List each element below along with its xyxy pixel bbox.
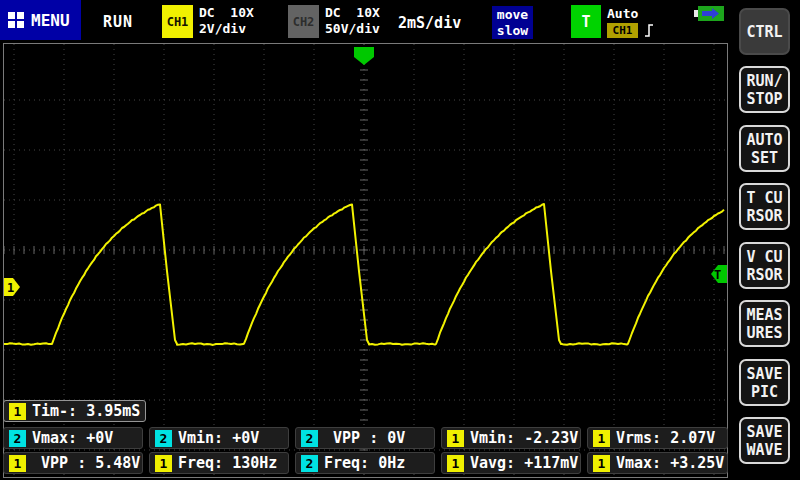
readout-text: Vmax: +3.25V bbox=[616, 454, 724, 472]
meas-ch1-vpp: 1 VPP : 5.48V bbox=[3, 452, 143, 474]
time-cursor-readout: 1 Tim-: 3.95mS bbox=[3, 400, 146, 422]
meas-ch1-vavg: 1 Vavg: +117mV bbox=[441, 452, 581, 474]
ch-number-badge: 2 bbox=[9, 430, 26, 447]
save-wave-button[interactable]: SAVE WAVE bbox=[739, 417, 790, 464]
trigger-marker-label: T bbox=[714, 268, 721, 282]
ch-number-badge: 1 bbox=[155, 455, 172, 472]
trigger-source-badge[interactable]: CH1 bbox=[607, 23, 638, 38]
meas-ch2-freq: 2 Freq: 0Hz bbox=[295, 452, 435, 474]
top-status-bar: MENU RUN CH1 DC 10X 2V/div CH2 DC 10X 50… bbox=[0, 0, 800, 43]
readout-text: Vmin: -2.23V bbox=[470, 429, 578, 447]
oscilloscope-ui: { "topbar": { "menu_label": "MENU", "acq… bbox=[0, 0, 800, 480]
move-speed-button[interactable]: move slow bbox=[492, 6, 533, 39]
readout-text: Tim-: 3.95mS bbox=[32, 402, 140, 420]
menu-label: MENU bbox=[31, 11, 70, 30]
readout-text: Vmax: +0V bbox=[32, 429, 113, 447]
readout-text: Vmin: +0V bbox=[178, 429, 259, 447]
ch-number-badge: 1 bbox=[447, 430, 464, 447]
rising-edge-icon bbox=[643, 22, 655, 38]
ch-number-badge: 1 bbox=[593, 455, 610, 472]
run-stop-button[interactable]: RUN/ STOP bbox=[739, 66, 790, 113]
auto-set-button[interactable]: AUTO SET bbox=[739, 125, 790, 172]
ch-number-badge: 1 bbox=[593, 430, 610, 447]
v-cursor-button[interactable]: V CU RSOR bbox=[739, 242, 790, 289]
meas-ch1-vmin: 1 Vmin: -2.23V bbox=[441, 427, 581, 449]
ctrl-button[interactable]: CTRL bbox=[739, 8, 790, 55]
measures-button[interactable]: MEAS URES bbox=[739, 300, 790, 347]
ch1-badge[interactable]: CH1 bbox=[162, 5, 193, 38]
timebase-label: 2mS/div bbox=[398, 14, 461, 32]
ch-number-badge: 1 bbox=[447, 455, 464, 472]
save-pic-button[interactable]: SAVE PIC bbox=[739, 359, 790, 406]
readout-text: Vavg: +117mV bbox=[470, 454, 578, 472]
ch1-level-marker[interactable]: 1 bbox=[4, 278, 20, 296]
readout-text: Freq: 130Hz bbox=[178, 454, 277, 472]
t-cursor-button[interactable]: T CU RSOR bbox=[739, 183, 790, 230]
ch-number-badge: 2 bbox=[301, 455, 318, 472]
meas-ch1-freq: 1 Freq: 130Hz bbox=[149, 452, 289, 474]
meas-ch1-vrms: 1 Vrms: 2.07V bbox=[587, 427, 728, 449]
readout-text: VPP : 5.48V bbox=[32, 454, 140, 472]
readout-text: Freq: 0Hz bbox=[324, 454, 405, 472]
meas-ch2-vmin: 2 Vmin: +0V bbox=[149, 427, 289, 449]
ch1-settings: DC 10X 2V/div bbox=[199, 5, 254, 37]
ch2-settings: DC 10X 50V/div bbox=[325, 5, 380, 37]
ch2-badge[interactable]: CH2 bbox=[288, 5, 319, 38]
ch-number-badge: 1 bbox=[9, 403, 26, 420]
menu-grid-icon bbox=[8, 12, 24, 28]
ch-number-badge: 1 bbox=[9, 455, 26, 472]
acquisition-status: RUN bbox=[103, 13, 133, 31]
trigger-level-marker[interactable]: T bbox=[711, 265, 727, 283]
meas-ch2-vpp: 2 VPP : 0V bbox=[295, 427, 435, 449]
meas-ch1-vmax: 1 Vmax: +3.25V bbox=[587, 452, 728, 474]
battery-charging-icon bbox=[694, 6, 726, 22]
trigger-badge[interactable]: T bbox=[571, 5, 601, 38]
meas-ch2-vmax: 2 Vmax: +0V bbox=[3, 427, 143, 449]
menu-button[interactable]: MENU bbox=[0, 0, 81, 40]
trigger-position-marker[interactable] bbox=[354, 47, 374, 65]
readout-text: VPP : 0V bbox=[324, 429, 405, 447]
ch1-marker-label: 1 bbox=[7, 281, 14, 295]
ch-number-badge: 2 bbox=[155, 430, 172, 447]
readout-text: Vrms: 2.07V bbox=[616, 429, 715, 447]
ch-number-badge: 2 bbox=[301, 430, 318, 447]
trigger-mode-label: Auto bbox=[607, 6, 638, 21]
